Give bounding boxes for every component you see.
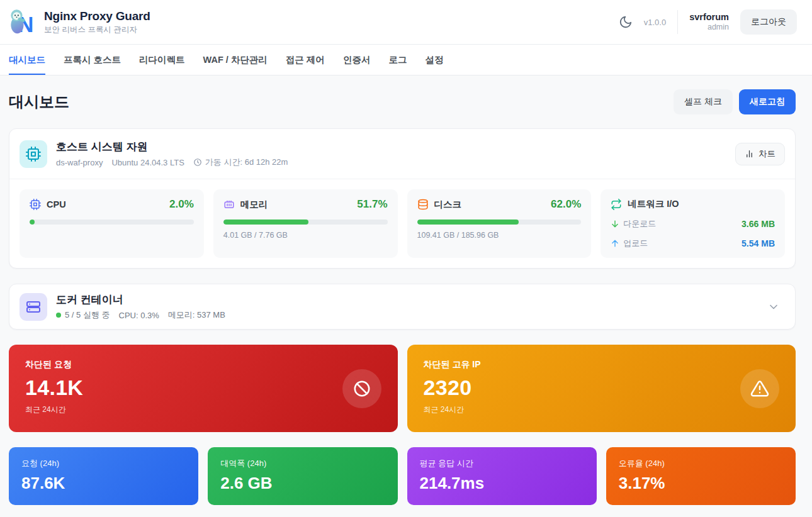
chart-button[interactable]: 차트 xyxy=(735,143,785,165)
disk-value: 62.0% xyxy=(551,198,581,211)
blocked-requests-period: 최근 24시간 xyxy=(25,404,381,415)
disk-progress-fill xyxy=(417,220,519,225)
network-metric-card: 네트워크 I/O 다운로드 3.66 MB 업로드 5.54 MB xyxy=(601,189,785,258)
requests-label: 요청 (24h) xyxy=(21,458,186,469)
response-time-card: 평균 응답 시간 214.7ms xyxy=(407,447,597,505)
cpu-chip-icon xyxy=(26,147,41,162)
host-card-header: 호스트 시스템 자원 ds-waf-proxy Ubuntu 24.04.3 L… xyxy=(9,129,795,179)
page-actions: 셀프 체크 새로고침 xyxy=(674,89,796,114)
logout-button[interactable]: 로그아웃 xyxy=(740,9,797,35)
tab-redirects[interactable]: 리다이렉트 xyxy=(139,45,185,75)
memory-metric-card: 메모리 51.7% 4.01 GB / 7.76 GB xyxy=(213,189,398,258)
memory-label: 메모리 xyxy=(240,199,268,211)
network-label: 네트워크 I/O xyxy=(628,198,679,210)
tab-dashboard[interactable]: 대시보드 xyxy=(9,45,45,75)
requests-card: 요청 (24h) 87.6K xyxy=(9,447,198,505)
blocked-ips-card: 차단된 고유 IP 2320 최근 24시간 xyxy=(407,345,796,432)
app-logo-icon: N xyxy=(9,8,38,36)
dashboard-content: 대시보드 셀프 체크 새로고침 호스트 시스템 자원 ds-waf-proxy … xyxy=(0,75,812,505)
blocked-requests-card: 차단된 요청 14.1K 최근 24시간 xyxy=(9,345,398,432)
clock-icon xyxy=(193,158,202,167)
disk-detail: 109.41 GB / 185.96 GB xyxy=(417,231,582,240)
page-header: 대시보드 셀프 체크 새로고침 xyxy=(9,89,796,114)
host-card-titles: 호스트 시스템 자원 ds-waf-proxy Ubuntu 24.04.3 L… xyxy=(56,140,288,168)
download-label: 다운로드 xyxy=(623,218,656,230)
upload-row: 업로드 5.54 MB xyxy=(611,238,775,249)
blocked-requests-value: 14.1K xyxy=(25,375,381,400)
blocked-ips-label: 차단된 고유 IP xyxy=(424,359,780,370)
memory-detail: 4.01 GB / 7.76 GB xyxy=(223,231,388,240)
response-time-value: 214.7ms xyxy=(420,474,584,493)
error-rate-value: 3.17% xyxy=(619,474,783,493)
page-title: 대시보드 xyxy=(9,92,69,112)
host-card-subtitle: ds-waf-proxy Ubuntu 24.04.3 LTS 가동 시간: 6… xyxy=(56,157,288,168)
tab-certificates[interactable]: 인증서 xyxy=(343,45,371,75)
bandwidth-value: 2.6 GB xyxy=(220,474,385,493)
bandwidth-card: 대역폭 (24h) 2.6 GB xyxy=(208,447,397,505)
memory-progress-track xyxy=(223,220,388,225)
user-info: svrforum admin xyxy=(689,11,729,33)
disk-icon xyxy=(417,199,429,210)
warning-icon-circle xyxy=(740,369,779,408)
blocked-ips-value: 2320 xyxy=(424,375,780,400)
tab-logs[interactable]: 로그 xyxy=(388,45,407,75)
bar-chart-icon xyxy=(745,149,754,158)
app-header: N Nginx Proxy Guard 보안 리버스 프록시 관리자 v1.0.… xyxy=(0,0,812,45)
server-icon xyxy=(26,299,41,314)
upload-arrow-icon xyxy=(611,239,619,248)
network-io-icon xyxy=(611,199,622,210)
memory-icon xyxy=(223,199,235,210)
docker-cpu: CPU: 0.3% xyxy=(119,311,159,320)
blocked-ips-period: 최근 24시간 xyxy=(424,404,780,415)
header-divider xyxy=(677,10,678,34)
status-dot xyxy=(56,313,61,318)
memory-metric-head: 메모리 51.7% xyxy=(223,198,388,211)
brand-text: Nginx Proxy Guard 보안 리버스 프록시 관리자 xyxy=(44,9,150,35)
bandwidth-label: 대역폭 (24h) xyxy=(220,458,385,469)
host-metrics: CPU 2.0% 메모리 51.7% 4. xyxy=(9,179,795,268)
docker-memory: 메모리: 537 MB xyxy=(168,309,225,321)
disk-metric-head: 디스크 62.0% xyxy=(417,198,582,211)
tab-proxy-hosts[interactable]: 프록시 호스트 xyxy=(64,45,121,75)
network-metric-head: 네트워크 I/O xyxy=(611,198,775,210)
os-version: Ubuntu 24.04.3 LTS xyxy=(111,158,184,167)
dark-mode-toggle[interactable] xyxy=(619,15,633,29)
warning-triangle-icon xyxy=(750,379,769,398)
host-resources-card: 호스트 시스템 자원 ds-waf-proxy Ubuntu 24.04.3 L… xyxy=(9,128,796,269)
cpu-value: 2.0% xyxy=(169,198,194,211)
main-nav: 대시보드 프록시 호스트 리다이렉트 WAF / 차단관리 접근 제어 인증서 … xyxy=(0,45,812,75)
host-card-title: 호스트 시스템 자원 xyxy=(56,140,288,154)
cpu-icon xyxy=(30,199,41,210)
error-rate-label: 오류율 (24h) xyxy=(619,458,783,469)
uptime: 가동 시간: 6d 12h 22m xyxy=(193,157,288,168)
self-check-button[interactable]: 셀프 체크 xyxy=(674,89,733,114)
small-stats-row: 요청 (24h) 87.6K 대역폭 (24h) 2.6 GB 평균 응답 시간… xyxy=(9,447,796,505)
hostname: ds-waf-proxy xyxy=(56,158,103,167)
cpu-progress-fill xyxy=(30,220,35,225)
chevron-down-icon[interactable] xyxy=(767,301,780,313)
download-row: 다운로드 3.66 MB xyxy=(611,218,775,230)
ban-icon xyxy=(352,379,371,398)
cpu-progress-track xyxy=(30,220,194,225)
user-role: admin xyxy=(689,23,729,33)
tab-settings[interactable]: 설정 xyxy=(425,45,443,75)
tab-access-control[interactable]: 접근 제어 xyxy=(286,45,325,75)
tab-waf[interactable]: WAF / 차단관리 xyxy=(203,45,268,75)
docker-card-subtitle: 5 / 5 실행 중 CPU: 0.3% 메모리: 537 MB xyxy=(56,309,225,321)
refresh-button[interactable]: 새로고침 xyxy=(739,89,796,114)
header-controls: v1.0.0 svrforum admin 로그아웃 xyxy=(619,9,797,35)
upload-value: 5.54 MB xyxy=(742,238,775,248)
error-rate-card: 오류율 (24h) 3.17% xyxy=(606,447,796,505)
upload-label: 업로드 xyxy=(623,238,648,249)
cpu-label: CPU xyxy=(47,199,66,209)
docker-running-status: 5 / 5 실행 중 xyxy=(56,309,110,321)
response-time-label: 평균 응답 시간 xyxy=(420,458,584,469)
cpu-metric-card: CPU 2.0% xyxy=(20,189,204,258)
docker-containers-card[interactable]: 도커 컨테이너 5 / 5 실행 중 CPU: 0.3% 메모리: 537 MB xyxy=(9,284,796,330)
host-icon-box xyxy=(20,140,47,168)
brand: N Nginx Proxy Guard 보안 리버스 프록시 관리자 xyxy=(9,8,150,36)
disk-progress-track xyxy=(417,220,582,225)
download-arrow-icon xyxy=(611,220,619,228)
username: svrforum xyxy=(689,11,729,23)
requests-value: 87.6K xyxy=(21,474,186,493)
